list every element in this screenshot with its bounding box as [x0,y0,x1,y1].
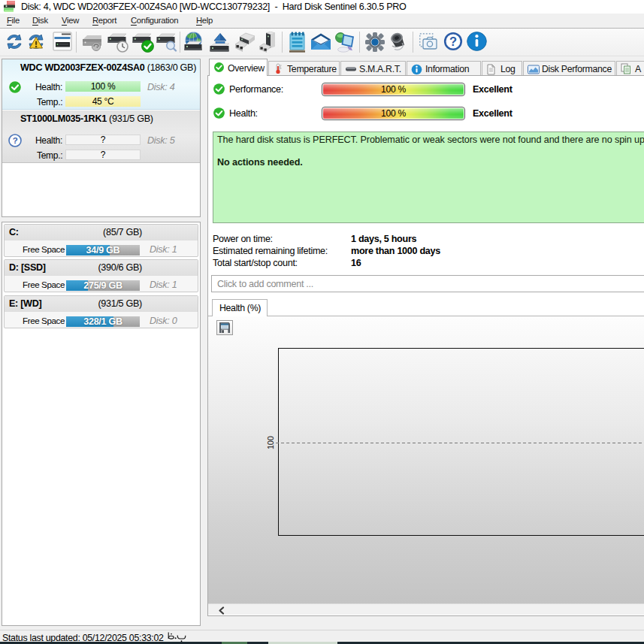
svg-text:?: ? [13,136,18,145]
svg-text:?: ? [449,35,457,48]
